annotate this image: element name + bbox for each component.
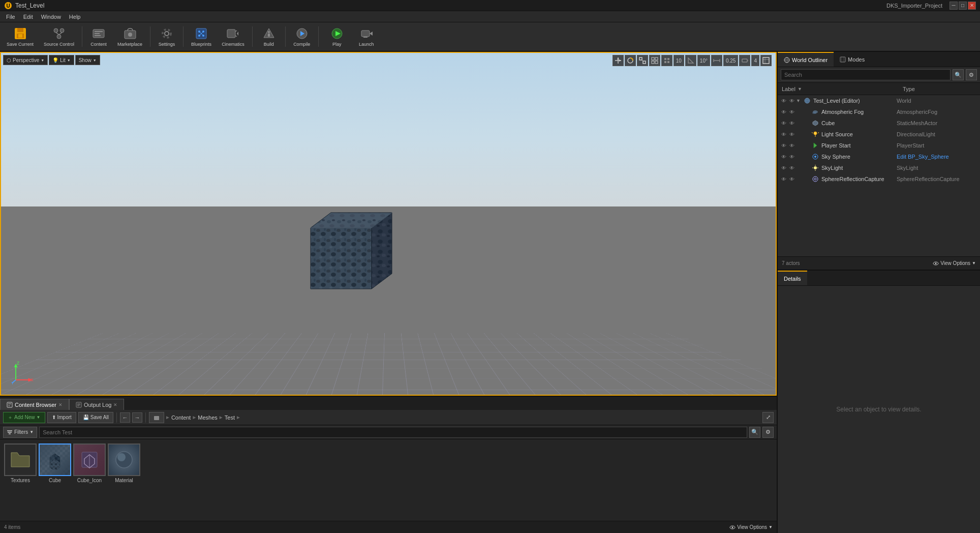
label-column-header[interactable]: Label ▼ (778, 86, 899, 92)
scale-snap-btn[interactable] (711, 55, 722, 66)
outliner-view-options-button[interactable]: View Options ▼ (933, 260, 976, 266)
scale-gizmo-btn[interactable] (637, 55, 648, 66)
title-bar-left: U Test_Level (4, 2, 44, 10)
content-item-cube[interactable]: Cube (39, 443, 71, 483)
eye-icon-skylight[interactable]: 👁 (780, 164, 788, 172)
close-button[interactable]: ✕ (968, 2, 976, 10)
import-button[interactable]: ⬆ Import (47, 412, 76, 423)
eye2-icon-fog[interactable]: 👁 (788, 108, 796, 116)
angle-value-btn[interactable]: 10° (697, 55, 710, 66)
translate-gizmo-btn[interactable] (612, 55, 624, 66)
type-column-header[interactable]: Type (899, 86, 980, 92)
content-button[interactable]: Content (85, 23, 112, 50)
outliner-search-input[interactable] (781, 69, 951, 80)
eye2-icon-skylight[interactable]: 👁 (788, 164, 796, 172)
eye-icon-light[interactable]: 👁 (780, 130, 788, 138)
content-browser-tab[interactable]: Content Browser ✕ (0, 399, 69, 410)
launch-button[interactable]: Launch (353, 23, 380, 50)
menu-edit[interactable]: Edit (19, 11, 37, 22)
save-current-button[interactable]: Save Current (2, 23, 38, 50)
tree-row-skylight[interactable]: 👁 👁 SkyLight SkyLight (778, 162, 980, 173)
cinematics-button[interactable]: Cinematics (217, 23, 249, 50)
compile-button[interactable]: Compile (289, 23, 315, 50)
show-dropdown[interactable]: Show ▼ (75, 55, 100, 65)
eye-icon-test-level[interactable]: 👁 (780, 97, 788, 105)
lit-dropdown[interactable]: 💡 Lit ▼ (49, 55, 74, 65)
blueprints-button[interactable]: Blueprints (187, 23, 216, 50)
maximize-button[interactable]: □ (959, 2, 967, 10)
expand-test-level[interactable]: ▼ (796, 98, 802, 103)
add-new-button[interactable]: ＋ Add New ▼ (3, 412, 45, 423)
rotate-gizmo-btn[interactable] (625, 55, 636, 66)
perspective-label: Perspective (13, 57, 39, 63)
tree-row-atmospheric-fog[interactable]: 👁 👁 Atmospheric Fog AtmosphericFog (778, 106, 980, 117)
scale-value-btn[interactable]: 0.25 (723, 55, 738, 66)
breadcrumb-test[interactable]: Test (225, 414, 235, 421)
build-button[interactable]: Build (256, 23, 282, 50)
eye2-icon-player[interactable]: 👁 (788, 141, 796, 150)
svg-line-130 (818, 132, 819, 133)
eye2-icon-reflection[interactable]: 👁 (788, 175, 796, 183)
3d-viewport[interactable]: Z X Y ⬡ Perspective ▼ 💡 Lit ▼ (0, 52, 777, 396)
forward-button[interactable]: → (132, 412, 142, 423)
tree-row-cube[interactable]: 👁 👁 Cube StaticMeshActor (778, 117, 980, 129)
eye2-icon-test-level[interactable]: 👁 (788, 97, 796, 105)
eye-icon-fog[interactable]: 👁 (780, 108, 788, 116)
launch-icon (359, 26, 374, 41)
marketplace-button[interactable]: Marketplace (113, 23, 147, 50)
content-settings-button[interactable]: ⚙ (762, 427, 774, 438)
back-button[interactable]: ← (120, 412, 130, 423)
fog-type: AtmosphericFog (897, 109, 978, 115)
eye-icon-reflection[interactable]: 👁 (780, 175, 788, 183)
content-search-button[interactable]: 🔍 (749, 427, 760, 438)
menu-file[interactable]: File (2, 11, 19, 22)
eye2-icon-light[interactable]: 👁 (788, 130, 796, 138)
content-browser-tab-close[interactable]: ✕ (58, 402, 63, 407)
tree-row-player-start[interactable]: 👁 👁 Player Start PlayerStart (778, 140, 980, 151)
angle-snap-btn[interactable] (685, 55, 696, 66)
filters-button[interactable]: Filters ▼ (3, 427, 37, 438)
eye-icon-sky[interactable]: 👁 (780, 153, 788, 161)
menu-window[interactable]: Window (37, 11, 65, 22)
snap-toggle-btn[interactable] (661, 55, 672, 66)
menu-help[interactable]: Help (65, 11, 85, 22)
perspective-dropdown[interactable]: ⬡ Perspective ▼ (3, 55, 48, 65)
sky-sphere-type[interactable]: Edit BP_Sky_Sphere (897, 154, 978, 160)
grid-size-btn[interactable]: 10 (673, 55, 684, 66)
tree-row-sky-sphere[interactable]: 👁 👁 Sky Sphere Edit BP_Sky_Sphere (778, 151, 980, 162)
output-log-tab[interactable]: Output Log ✕ (69, 399, 124, 410)
breadcrumb-root-btn[interactable] (149, 412, 164, 423)
content-view-options-label: View Options (737, 524, 767, 530)
camera-speed-value-btn[interactable]: 4 (751, 55, 759, 66)
eye2-icon-sky[interactable]: 👁 (788, 153, 796, 161)
breadcrumb-content[interactable]: Content (171, 414, 191, 421)
content-item-material[interactable]: Material (108, 443, 140, 483)
tree-row-light-source[interactable]: 👁 👁 Light Source DirectionalLight (778, 129, 980, 140)
eye-icon-cube[interactable]: 👁 (780, 119, 788, 127)
details-tab[interactable]: Details (778, 271, 807, 285)
play-button[interactable]: Play (322, 23, 352, 50)
content-item-cube-icon[interactable]: Cube_Icon (73, 443, 106, 483)
world-outliner-tab[interactable]: World Outliner (778, 52, 834, 67)
viewport-mode-btn[interactable] (649, 55, 660, 66)
outliner-search-button[interactable]: 🔍 (953, 69, 964, 80)
outliner-options-button[interactable]: ⚙ (966, 69, 977, 80)
content-item-textures[interactable]: Textures (4, 443, 37, 483)
tree-row-test-level[interactable]: 👁 👁 ▼ Test_Level (Editor) World (778, 95, 980, 106)
modes-tab[interactable]: Modes (834, 52, 871, 67)
source-control-button[interactable]: Source Control (39, 23, 79, 50)
eye2-icon-cube[interactable]: 👁 (788, 119, 796, 127)
content-view-options-button[interactable]: View Options ▼ (729, 524, 773, 530)
eye-icon-player[interactable]: 👁 (780, 141, 788, 150)
content-search-input[interactable] (39, 427, 747, 438)
breadcrumb-meshes[interactable]: Meshes (198, 414, 218, 421)
tree-row-sphere-reflection[interactable]: 👁 👁 SphereReflectionCapture SphereReflec… (778, 173, 980, 185)
blueprints-label: Blueprints (191, 42, 211, 47)
save-all-button[interactable]: 💾 Save All (78, 412, 113, 423)
content-browser-expand-btn[interactable]: ⤢ (762, 412, 774, 423)
minimize-button[interactable]: ─ (950, 2, 958, 10)
camera-speed-btn[interactable] (739, 55, 750, 66)
settings-button[interactable]: Settings (154, 23, 180, 50)
maximize-viewport-btn[interactable] (760, 55, 772, 66)
output-log-tab-close[interactable]: ✕ (113, 402, 117, 407)
